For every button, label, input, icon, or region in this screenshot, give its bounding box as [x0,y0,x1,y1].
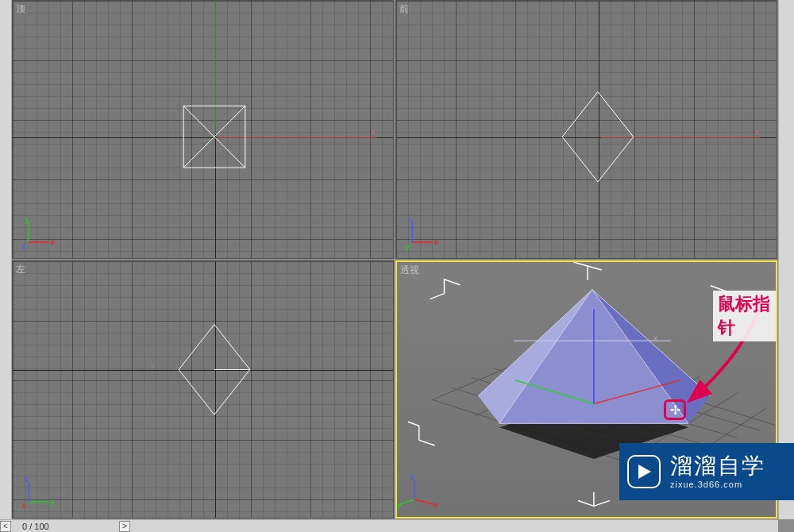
x-axis-line [601,137,760,138]
svg-line-27 [433,341,571,399]
y-axis-line [215,1,216,134]
app-root: x 顶 x y z [0,0,794,532]
svg-line-37 [499,290,592,424]
svg-text:x: x [653,334,657,342]
svg-line-29 [523,363,657,431]
svg-text:z: z [410,473,414,481]
svg-line-21 [433,400,642,467]
viewport-left[interactable]: y 左 y z x [12,260,394,519]
right-panel-strip[interactable] [778,0,794,519]
viewport-grid [13,1,393,258]
svg-text:y: y [406,242,410,250]
svg-line-28 [476,351,614,415]
axis-gizmo-perspective: x y z [407,476,438,507]
svg-line-40 [478,290,592,396]
y-axis-label: y [151,361,155,369]
axis-gizmo-top: x y z [22,217,54,249]
viewport-grid [13,261,393,518]
axis-vertical [215,261,216,518]
svg-text:x: x [22,502,26,510]
watermark-subtitle: zixue.3d66.com [670,480,765,489]
x-axis-label: x [372,128,376,136]
annotation-label: 鼠标指针 [713,291,776,341]
x-axis-label: x [755,128,759,136]
viewport-front[interactable]: x 前 x z y [395,0,777,259]
svg-text:y: y [25,215,29,223]
svg-marker-53 [638,465,651,479]
svg-line-47 [414,499,434,504]
timeline-frame-display: 0 / 100 [22,522,49,531]
svg-text:z: z [408,215,412,223]
svg-text:z: z [25,475,29,483]
svg-text:x: x [434,501,437,509]
viewport-container: x 顶 x y z [12,0,778,519]
svg-line-44 [515,380,594,404]
play-icon [627,455,661,488]
viewport-grid [396,1,777,258]
svg-text:y: y [51,498,55,506]
svg-marker-34 [499,290,688,424]
watermark-title: 溜溜自学 [670,455,765,477]
axis-horizontal [13,370,393,371]
timeline-scroll-right-button[interactable]: > [119,521,130,532]
timeline-bar[interactable]: < 0 / 100 > [0,519,778,532]
svg-marker-36 [478,290,592,424]
timeline-scroll-left-button[interactable]: < [0,521,11,532]
svg-text:x: x [434,238,438,246]
svg-text:x: x [51,238,55,246]
svg-text:z: z [22,242,26,250]
axis-vertical [599,1,599,258]
axis-gizmo-front: x z y [406,217,437,249]
svg-text:y: y [397,501,401,509]
axis-gizmo-left: y z x [22,476,54,508]
viewport-top[interactable]: x 顶 x y z [12,0,394,259]
x-axis-line [218,137,376,138]
left-toolbar[interactable] [0,0,12,532]
watermark-badge: 溜溜自学 zixue.3d66.com [619,443,794,500]
